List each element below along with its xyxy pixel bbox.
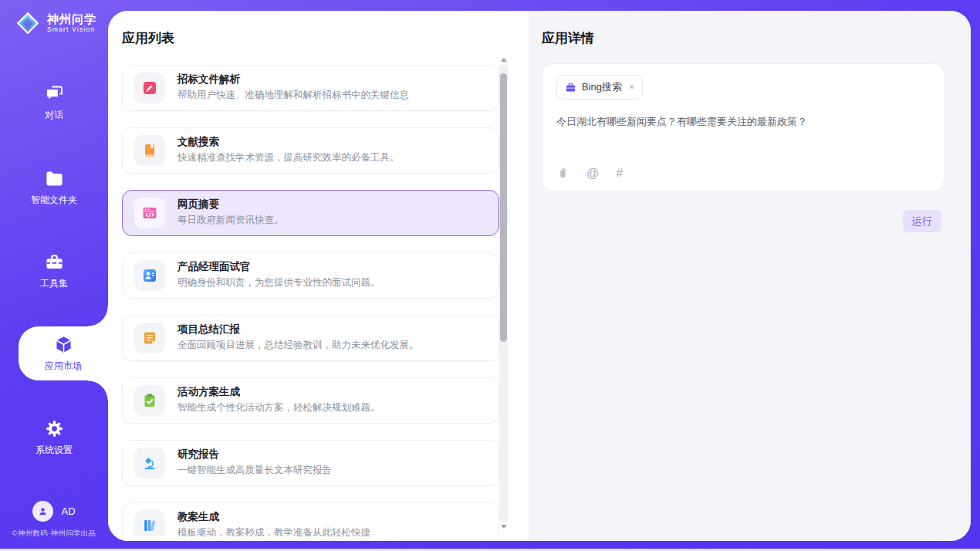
app-list-title: 应用列表 (122, 29, 174, 47)
app-name: 研究报告 (177, 448, 219, 461)
sidebar: 神州问学 Smart Vision 对话 智能文件夹 (0, 0, 108, 551)
bump-curve-top (88, 306, 108, 326)
tool-chip-label: Bing搜索 (582, 80, 622, 94)
microscope-icon (141, 455, 158, 472)
sidebar-item-label: 应用市场 (19, 360, 108, 373)
app-card-bid-document-analysis[interactable]: 招标文件解析 帮助用户快速、准确地理解和解析招标书中的关键信息 (122, 65, 499, 111)
books-icon (141, 517, 158, 534)
app-name: 项目总结汇报 (177, 323, 240, 336)
sidebar-item-smart-folder[interactable]: 智能文件夹 (0, 168, 108, 207)
app-desc: 一键智能生成高质量长文本研究报告 (177, 464, 332, 477)
document-edit-icon (141, 79, 158, 96)
scrollbar-thumb[interactable] (500, 73, 507, 342)
app-card-event-plan[interactable]: 活动方案生成 智能生成个性化活动方案，轻松解决规划难题。 (122, 377, 499, 424)
sidebar-item-settings[interactable]: 系统设置 (0, 418, 108, 457)
app-list-panel: 应用列表 招标文件解析 帮助用户快速、准确地理解和解析招标书中的关键信息 (108, 11, 529, 541)
app-card-pm-interviewer[interactable]: 产品经理面试官 明确身份和职责，为您提供专业性的面试问题。 (122, 252, 499, 299)
toolbox-icon (44, 252, 65, 272)
avatar (32, 501, 53, 522)
app-icon-bg (134, 260, 165, 291)
app-desc: 智能生成个性化活动方案，轻松解决规划难题。 (177, 401, 380, 414)
logo-title: 神州问学 (47, 13, 96, 25)
hash-icon[interactable]: # (616, 167, 623, 180)
app-card-literature-search[interactable]: 文献搜索 快速精准查找学术资源，提高研究效率的必备工具。 (122, 127, 499, 174)
close-icon[interactable]: × (629, 82, 634, 93)
mention-icon[interactable]: @ (586, 167, 599, 180)
sidebar-item-label: 对话 (0, 109, 108, 122)
app-logo: 神州问学 Smart Vision (14, 9, 96, 37)
person-icon (37, 505, 49, 517)
prompt-editor-card[interactable]: Bing搜索 × 今日湖北有哪些新闻要点？有哪些需要关注的最新政策？ @ # (542, 63, 945, 191)
prompt-text[interactable]: 今日湖北有哪些新闻要点？有哪些需要关注的最新政策？ (556, 115, 930, 129)
user-account[interactable]: AD (0, 501, 108, 522)
app-desc: 帮助用户快速、准确地理解和解析招标书中的关键信息 (177, 89, 409, 102)
app-name: 网页摘要 (177, 198, 219, 211)
app-icon-bg (134, 135, 165, 166)
app-icon-bg (134, 510, 165, 536)
sidebar-item-app-market[interactable]: 应用市场 (19, 326, 108, 380)
bump-curve-bottom (88, 380, 108, 401)
scroll-up-icon[interactable] (501, 58, 507, 62)
browser-code-icon (141, 205, 158, 221)
sidebar-item-label: 智能文件夹 (0, 194, 108, 207)
app-name: 招标文件解析 (177, 73, 240, 86)
folder-icon (44, 168, 65, 189)
scroll-down-icon[interactable] (501, 525, 507, 529)
sidebar-item-label: 工具集 (0, 277, 108, 290)
app-list-scrollbar[interactable] (499, 65, 508, 522)
app-detail-panel: 应用详情 Bing搜索 × 今日湖北有哪些新闻要点？有哪些需要关注的最新政策？ … (529, 11, 971, 541)
gear-icon (44, 418, 65, 439)
app-name: 产品经理面试官 (177, 260, 251, 274)
app-name: 文献搜索 (177, 135, 219, 149)
app-desc: 明确身份和职责，为您提供专业性的面试问题。 (177, 276, 380, 289)
app-detail-title: 应用详情 (542, 29, 594, 47)
book-icon (141, 142, 158, 159)
app-desc: 每日政府新闻资讯快查。 (177, 214, 284, 227)
sidebar-item-label: 系统设置 (0, 444, 108, 457)
logo-subtitle: Smart Vision (47, 26, 96, 33)
note-icon (141, 330, 158, 346)
sidebar-item-toolset[interactable]: 工具集 (0, 252, 108, 290)
sidebar-item-chat[interactable]: 对话 (0, 83, 108, 122)
app-desc: 模板驱动，教案秒成，教学准备从此轻松快捷 (177, 526, 370, 536)
copyright-footer: ©神州数码·神州问学出品 (0, 529, 108, 539)
run-button[interactable]: 运行 (903, 210, 941, 232)
briefcase-icon (565, 82, 576, 93)
app-list: 招标文件解析 帮助用户快速、准确地理解和解析招标书中的关键信息 文献搜索 快速精… (122, 65, 499, 536)
app-card-project-summary[interactable]: 项目总结汇报 全面回顾项目进展，总结经验教训，助力未来优化发展。 (122, 315, 499, 361)
app-name: 活动方案生成 (177, 385, 240, 399)
interviewer-icon (141, 267, 158, 284)
editor-toolbar: @ # (556, 167, 623, 180)
app-desc: 快速精准查找学术资源，提高研究效率的必备工具。 (177, 151, 400, 164)
app-icon-bg (134, 385, 165, 416)
cube-icon (53, 334, 74, 355)
tool-chip-bing-search[interactable]: Bing搜索 × (556, 75, 643, 100)
app-icon-bg (134, 323, 165, 353)
app-desc: 全面回顾项目进展，总结经验教训，助力未来优化发展。 (177, 339, 419, 352)
chat-icon (44, 83, 65, 104)
app-card-research-report[interactable]: 研究报告 一键智能生成高质量长文本研究报告 (122, 440, 499, 486)
logo-diamond-icon (14, 9, 42, 37)
app-icon-bg (134, 448, 165, 478)
clipboard-check-icon (141, 392, 158, 409)
app-icon-bg (134, 73, 165, 103)
app-name: 教案生成 (177, 510, 219, 524)
app-card-web-summary[interactable]: 网页摘要 每日政府新闻资讯快查。 (122, 190, 499, 236)
user-initials: AD (61, 505, 75, 517)
app-icon-bg (134, 198, 165, 228)
app-card-lesson-plan[interactable]: 教案生成 模板驱动，教案秒成，教学准备从此轻松快捷 (122, 502, 499, 536)
main-content: 应用列表 招标文件解析 帮助用户快速、准确地理解和解析招标书中的关键信息 (108, 11, 971, 541)
paperclip-icon[interactable] (556, 167, 569, 180)
